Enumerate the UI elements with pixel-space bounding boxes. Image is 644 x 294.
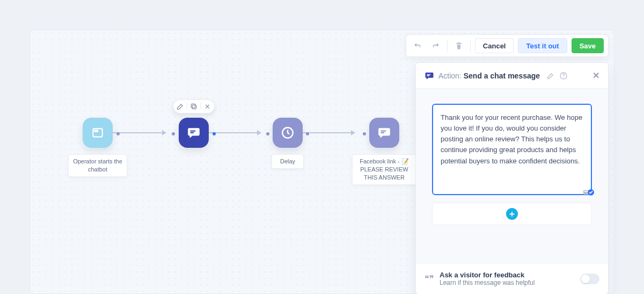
- save-button[interactable]: Save: [572, 38, 604, 53]
- feedback-text: Ask a visitor for feedback Learn if this…: [440, 271, 535, 286]
- mini-separator: [187, 103, 187, 110]
- node-port-in[interactable]: [172, 132, 175, 135]
- message-editor[interactable]: Thank you for your recent purchase. We h…: [432, 104, 592, 195]
- test-button[interactable]: Test it out: [518, 38, 567, 53]
- svg-rect-1: [94, 130, 99, 132]
- add-message-row: ＋: [432, 203, 592, 225]
- panel-title: Action: Send a chat message: [438, 71, 540, 80]
- delete-button[interactable]: [452, 39, 466, 53]
- svg-rect-9: [427, 74, 431, 75]
- svg-rect-2: [192, 105, 196, 109]
- delay-chip[interactable]: [273, 118, 303, 148]
- feedback-subtitle: Learn if this message was helpful: [440, 279, 535, 286]
- svg-rect-3: [191, 104, 195, 107]
- node-port-in[interactable]: [266, 132, 269, 135]
- cancel-button[interactable]: Cancel: [475, 38, 514, 53]
- trigger-chip[interactable]: [83, 118, 113, 148]
- node-port-out[interactable]: [306, 132, 309, 135]
- message-text[interactable]: Thank you for your recent purchase. We h…: [441, 113, 582, 165]
- feedback-icon: ❝❞: [425, 275, 434, 283]
- action-panel: Action: Send a chat message ✕ Thank you …: [415, 62, 609, 294]
- node-label: Facebook link - 📝 PLEASE REVIEW THIS ANS…: [352, 154, 416, 185]
- editor-toolbar: Cancel Test it out Save: [406, 34, 609, 57]
- help-icon[interactable]: [559, 71, 568, 80]
- panel-footer: ❝❞ Ask a visitor for feedback Learn if t…: [416, 263, 608, 294]
- node-label: Operator starts the chatbot: [68, 154, 127, 177]
- flow-canvas[interactable]: Cancel Test it out Save Operator starts …: [30, 30, 614, 294]
- svg-rect-5: [191, 132, 194, 133]
- panel-title-prefix: Action:: [438, 71, 462, 80]
- svg-rect-4: [191, 131, 196, 132]
- undo-button[interactable]: [411, 39, 425, 53]
- panel-header: Action: Send a chat message ✕: [416, 63, 608, 89]
- message-chip[interactable]: [179, 118, 209, 148]
- node-send-message[interactable]: ✕: [170, 118, 218, 148]
- node-port-out[interactable]: [116, 132, 120, 135]
- feedback-title: Ask a visitor for feedback: [440, 271, 535, 279]
- edit-action-icon[interactable]: [546, 71, 555, 80]
- message-status-icon: [583, 187, 594, 197]
- svg-rect-8: [381, 132, 385, 133]
- redo-button[interactable]: [429, 39, 443, 53]
- message-chip[interactable]: [369, 118, 399, 148]
- node-delete-icon[interactable]: ✕: [202, 102, 212, 111]
- action-type-icon: [425, 71, 434, 81]
- mini-separator: [200, 103, 201, 110]
- close-panel-icon[interactable]: ✕: [592, 70, 599, 81]
- node-mini-toolbar: ✕: [173, 99, 215, 113]
- svg-rect-7: [381, 131, 386, 132]
- toolbar-separator: [447, 40, 448, 52]
- panel-title-name: Send a chat message: [464, 71, 540, 80]
- node-port-in[interactable]: [363, 132, 366, 135]
- node-label: Delay: [272, 154, 304, 169]
- svg-point-12: [564, 77, 564, 77]
- node-copy-icon[interactable]: [189, 102, 199, 111]
- toolbar-separator: [470, 40, 471, 52]
- feedback-toggle[interactable]: [580, 274, 599, 284]
- add-message-button[interactable]: ＋: [506, 208, 518, 220]
- node-facebook-link[interactable]: Facebook link - 📝 PLEASE REVIEW THIS ANS…: [352, 118, 416, 185]
- node-delay[interactable]: Delay: [261, 118, 314, 169]
- panel-body: Thank you for your recent purchase. We h…: [416, 89, 608, 263]
- node-edit-icon[interactable]: [175, 102, 185, 111]
- svg-rect-10: [427, 75, 430, 76]
- node-start[interactable]: Operator starts the chatbot: [68, 118, 127, 177]
- node-port-out[interactable]: [213, 132, 216, 135]
- svg-rect-14: [584, 191, 588, 192]
